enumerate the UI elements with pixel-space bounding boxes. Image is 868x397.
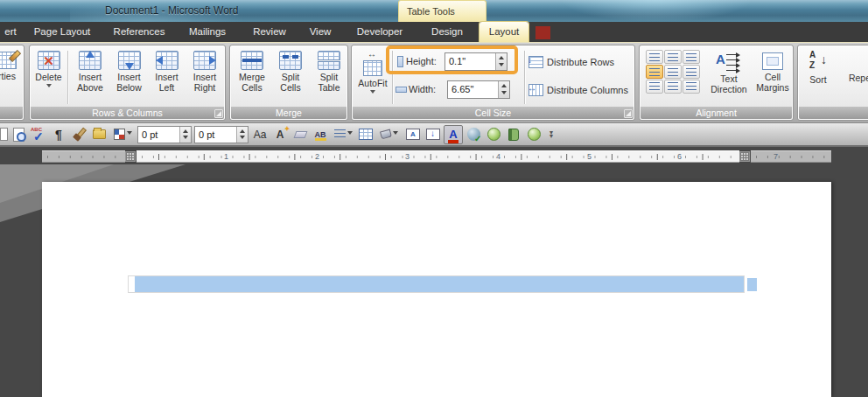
- tab-references[interactable]: References: [108, 22, 170, 42]
- chevron-down-icon: [370, 90, 375, 96]
- text-direction-button[interactable]: A Text Direction: [706, 48, 752, 104]
- list-dropdown[interactable]: [331, 125, 355, 144]
- spacing-before-value: 0 pt: [142, 129, 158, 140]
- group-rows-columns: Delete Insert Above Insert Below Insert …: [29, 45, 226, 121]
- align-bottom-right-button[interactable]: [682, 80, 700, 94]
- insert-above-button[interactable]: Insert Above: [71, 48, 109, 104]
- autofit-button[interactable]: AutoFit: [354, 48, 391, 104]
- document-partial-icon[interactable]: [0, 125, 8, 144]
- tab-review[interactable]: Review: [248, 22, 291, 42]
- ruler-number: 1: [224, 152, 228, 161]
- distribute-rows-button[interactable]: Distribute Rows: [528, 53, 632, 71]
- group-label-rows-columns: Rows & Columns: [31, 107, 224, 119]
- spin-up-icon[interactable]: [501, 84, 507, 87]
- insert-left-button[interactable]: Insert Left: [149, 48, 185, 104]
- align-bottom-left-button[interactable]: [646, 80, 663, 94]
- tab-insert-partial[interactable]: ert: [0, 22, 21, 42]
- frame-icon[interactable]: [424, 125, 443, 144]
- tab-design[interactable]: Design: [422, 22, 472, 42]
- font-effects-icon[interactable]: A: [270, 125, 290, 144]
- green-sphere-icon-2[interactable]: [524, 125, 543, 144]
- align-top-center-button[interactable]: [664, 50, 682, 64]
- group-table-partial: rties: [0, 45, 24, 121]
- format-painter-icon[interactable]: [69, 125, 88, 144]
- spacing-after-input[interactable]: 0 pt: [194, 126, 248, 143]
- document-page[interactable]: [42, 182, 831, 397]
- tab-view[interactable]: View: [303, 22, 338, 42]
- width-input[interactable]: 6.65": [447, 80, 510, 99]
- split-cells-icon: [279, 51, 302, 70]
- align-top-left-button[interactable]: [646, 50, 663, 64]
- ruler-table-column-marker[interactable]: [739, 151, 750, 162]
- width-value: 6.65": [452, 84, 473, 94]
- globe-check-icon[interactable]: [464, 125, 483, 144]
- delete-button[interactable]: Delete: [32, 48, 65, 104]
- align-center-left-button[interactable]: [646, 65, 663, 79]
- dialog-launcher-icon[interactable]: [214, 109, 223, 118]
- color-grid-dropdown[interactable]: [109, 125, 136, 144]
- align-top-right-button[interactable]: [682, 50, 700, 64]
- height-input[interactable]: 0.1": [444, 52, 508, 71]
- align-center-button[interactable]: [664, 65, 682, 79]
- spacing-after-value: 0 pt: [199, 129, 214, 140]
- eraser-icon[interactable]: [290, 125, 310, 144]
- insert-below-button[interactable]: Insert Below: [110, 48, 148, 104]
- align-bottom-center-button[interactable]: [664, 80, 682, 94]
- change-case-icon[interactable]: Aa: [250, 125, 270, 144]
- tab-layout[interactable]: Layout: [480, 22, 528, 42]
- split-table-button[interactable]: Split Table: [311, 48, 347, 104]
- ruler-table-column-marker[interactable]: [125, 151, 136, 162]
- separator: [392, 51, 393, 104]
- distribute-columns-button[interactable]: Distribute Columns: [528, 81, 632, 99]
- align-center-right-button[interactable]: [682, 65, 700, 79]
- row-height-icon: [397, 56, 403, 67]
- folder-icon[interactable]: [89, 125, 108, 144]
- print-preview-icon[interactable]: [9, 125, 28, 144]
- cell-margins-button[interactable]: Cell Margins: [753, 48, 792, 104]
- spacing-after-spinner[interactable]: [236, 127, 248, 143]
- split-cells-button[interactable]: Split Cells: [272, 48, 309, 104]
- separator: [524, 51, 525, 104]
- table-cell-unselected-sliver[interactable]: [129, 276, 135, 292]
- table-icon[interactable]: [356, 125, 375, 144]
- ruler-number: 5: [587, 152, 592, 161]
- spelling-check-icon[interactable]: [29, 125, 48, 144]
- spin-down-icon[interactable]: [499, 63, 504, 66]
- ab-edit-icon[interactable]: AB: [311, 125, 330, 144]
- shading-bucket-dropdown[interactable]: [376, 125, 402, 144]
- merge-cells-button[interactable]: Merge Cells: [234, 48, 270, 104]
- toolbar-overflow-chevron[interactable]: ▾▾: [550, 131, 553, 138]
- font-color-button[interactable]: A: [444, 125, 463, 144]
- width-spinner[interactable]: [498, 81, 509, 98]
- insert-right-button[interactable]: Insert Right: [186, 48, 223, 104]
- dialog-launcher-icon[interactable]: [624, 109, 633, 118]
- green-sphere-icon[interactable]: [484, 125, 503, 144]
- insert-above-icon: [79, 51, 102, 70]
- selected-table-row[interactable]: [128, 275, 745, 293]
- spin-up-icon[interactable]: [499, 56, 504, 59]
- green-book-icon[interactable]: [504, 125, 523, 144]
- group-merge: Merge Cells Split Cells Split Table Merg…: [229, 45, 348, 121]
- tab-developer[interactable]: Developer: [349, 22, 410, 42]
- text-box-icon[interactable]: A: [403, 125, 423, 144]
- split-table-icon: [318, 51, 340, 70]
- repeat-header-rows-button[interactable]: Repeat Header Rows: [838, 48, 868, 104]
- ruler-number: 6: [677, 152, 682, 161]
- spacing-before-spinner[interactable]: [179, 127, 191, 143]
- height-spinner[interactable]: [495, 53, 507, 70]
- spin-down-icon[interactable]: [501, 91, 507, 94]
- group-cell-size: AutoFit Height: 0.1" Width: 6.65": [351, 45, 635, 121]
- tab-mailings[interactable]: Mailings: [182, 22, 233, 42]
- end-of-row-selection-mark: [747, 278, 757, 291]
- window-title: Document1 - Microsoft Word: [105, 4, 239, 17]
- show-paragraph-marks-icon[interactable]: [49, 125, 68, 144]
- group-label: [0, 107, 23, 119]
- insert-left-icon: [156, 51, 178, 70]
- spacing-before-input[interactable]: 0 pt: [137, 126, 192, 143]
- sort-button[interactable]: Sort: [802, 48, 835, 104]
- table-cell-selected[interactable]: [135, 276, 744, 292]
- properties-button[interactable]: rties: [0, 48, 24, 104]
- tab-page-layout[interactable]: Page Layout: [29, 22, 95, 42]
- custom-toolbar: 0 pt 0 pt Aa A AB A A ▾▾: [0, 122, 868, 147]
- group-alignment: A Text Direction Cell Margins Alignment: [639, 45, 794, 121]
